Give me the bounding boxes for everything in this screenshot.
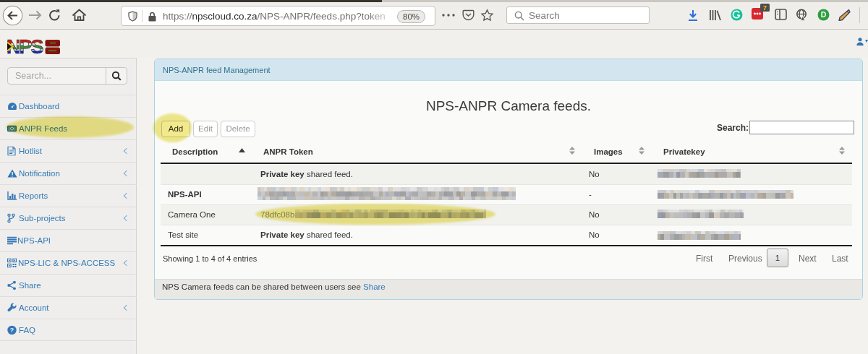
svg-text:?: ? [10, 327, 14, 334]
svg-text:7: 7 [763, 4, 767, 12]
svg-text:D: D [821, 10, 827, 19]
